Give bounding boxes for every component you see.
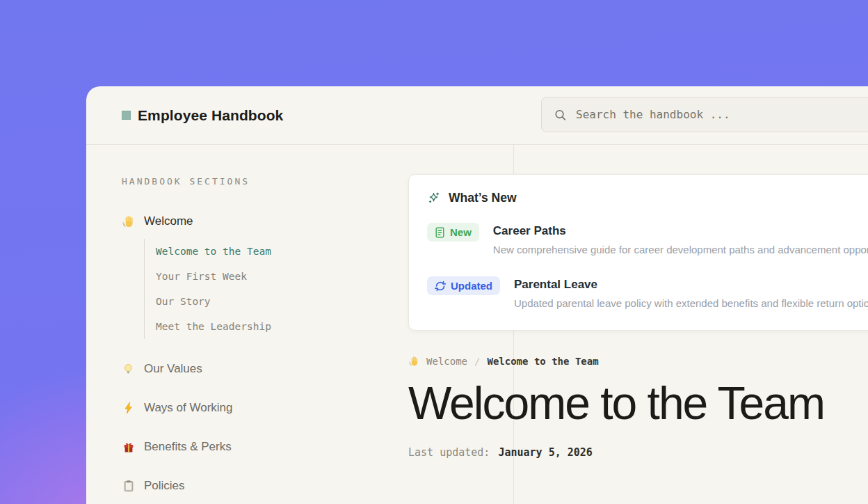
refresh-icon (435, 281, 446, 292)
sidebar-item-benefits-perks[interactable]: Benefits & Perks (122, 440, 386, 454)
sidebar-item-our-values[interactable]: Our Values (122, 362, 386, 376)
sidebar-item-label: Our Values (144, 362, 202, 376)
sidebar: HANDBOOK SECTIONS Welcome Welcome to the… (122, 176, 386, 493)
whats-new-item-body: Parental Leave Updated parental leave po… (514, 276, 868, 309)
app-brand: Employee Handbook (122, 107, 283, 124)
app-header: Employee Handbook (86, 86, 868, 145)
whats-new-header: What’s New (427, 191, 868, 205)
breadcrumb-separator: / (474, 356, 480, 367)
waving-hand-icon (122, 215, 135, 228)
sidebar-subitem-our-story[interactable]: Our Story (156, 289, 386, 314)
app-window: Employee Handbook HANDBOOK SECTIONS Welc… (86, 86, 868, 504)
last-updated-value: January 5, 2026 (498, 446, 592, 459)
search-icon (554, 108, 567, 121)
breadcrumb-current: Welcome to the Team (487, 356, 598, 367)
gift-icon (122, 441, 135, 454)
sidebar-subitem-welcome-to-the-team[interactable]: Welcome to the Team (156, 239, 386, 264)
sidebar-heading: HANDBOOK SECTIONS (122, 176, 386, 187)
last-updated-row: Last updated: January 5, 2026 (408, 446, 868, 459)
lightning-bolt-icon (122, 402, 135, 415)
sidebar-item-label: Ways of Working (144, 401, 233, 415)
badge-label: Updated (451, 280, 492, 292)
whats-new-title: What’s New (449, 191, 517, 205)
sidebar-item-label: Benefits & Perks (144, 440, 232, 454)
sidebar-subitem-your-first-week[interactable]: Your First Week (156, 264, 386, 289)
sidebar-item-ways-of-working[interactable]: Ways of Working (122, 401, 386, 415)
updated-badge: Updated (427, 276, 500, 295)
sparkle-icon (427, 191, 440, 205)
logo-square-icon (122, 111, 131, 120)
main-content: What’s New New Career Paths New comprehe… (408, 145, 868, 459)
whats-new-item-description: New comprehensive guide for career devel… (493, 244, 868, 255)
whats-new-item-parental-leave[interactable]: Updated Parental Leave Updated parental … (427, 276, 868, 309)
sidebar-item-welcome[interactable]: Welcome (122, 214, 386, 228)
whats-new-item-description: Updated parental leave policy with exten… (514, 297, 868, 309)
last-updated-label: Last updated: (408, 446, 490, 459)
breadcrumb-section[interactable]: Welcome (426, 356, 467, 367)
new-badge: New (427, 223, 479, 242)
sidebar-sublist-welcome: Welcome to the Team Your First Week Our … (144, 239, 386, 339)
whats-new-item-body: Career Paths New comprehensive guide for… (493, 223, 868, 255)
sidebar-subitem-meet-the-leadership[interactable]: Meet the Leadership (156, 314, 386, 339)
whats-new-item-title: Parental Leave (514, 276, 868, 292)
whats-new-item-career-paths[interactable]: New Career Paths New comprehensive guide… (427, 223, 868, 255)
badge-label: New (450, 226, 472, 238)
sidebar-item-label: Policies (144, 479, 185, 493)
sidebar-item-label: Welcome (144, 214, 193, 228)
sidebar-item-policies[interactable]: Policies (122, 479, 386, 493)
light-bulb-icon (122, 363, 135, 376)
breadcrumb: Welcome / Welcome to the Team (408, 356, 868, 367)
app-title: Employee Handbook (138, 107, 283, 124)
search-bar[interactable] (541, 97, 868, 132)
clipboard-icon (122, 480, 135, 493)
search-input[interactable] (576, 108, 868, 121)
whats-new-card: What’s New New Career Paths New comprehe… (408, 174, 868, 331)
page-title: Welcome to the Team (408, 380, 868, 426)
document-icon (435, 227, 445, 238)
waving-hand-icon (408, 356, 419, 367)
whats-new-item-title: Career Paths (493, 223, 868, 238)
